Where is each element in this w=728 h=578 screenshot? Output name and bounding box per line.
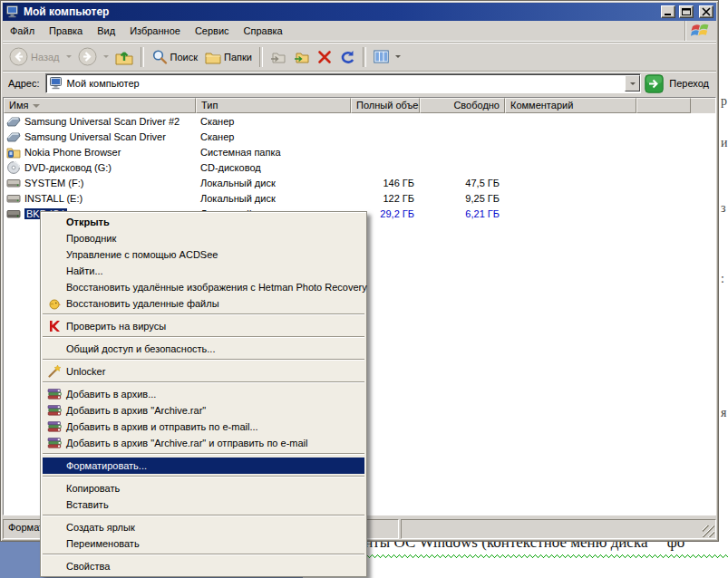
address-label: Адрес: <box>6 78 42 89</box>
cd-icon <box>6 160 21 175</box>
menubar-item-1[interactable]: Правка <box>42 23 90 39</box>
maximize-button[interactable] <box>679 5 694 18</box>
close-button[interactable] <box>699 5 713 18</box>
windows-flag-icon <box>684 21 716 41</box>
column-header-0[interactable]: Имя <box>4 98 196 113</box>
column-header-4[interactable]: Комментарий <box>505 98 636 113</box>
background-text-fragment: з <box>721 201 726 216</box>
menubar-item-5[interactable]: Справка <box>237 23 290 39</box>
item-type: Локальный диск <box>196 178 351 188</box>
move-to-button[interactable] <box>267 48 289 66</box>
move-to-icon <box>270 50 286 64</box>
context-menu-separator <box>43 476 364 477</box>
item-name: DVD-дисковод (G:) <box>24 162 112 173</box>
menu-bar: ФайлПравкаВидИзбранноеСервисСправка <box>3 21 716 42</box>
background-text-fragment: я <box>721 406 726 420</box>
item-name: Samsung Universal Scan Driver <box>24 131 166 142</box>
context-menu-item-3[interactable]: Найти... <box>43 263 364 279</box>
item-free: 47,5 ГБ <box>420 178 505 188</box>
context-menu-item-21[interactable]: Вставить <box>43 496 364 513</box>
context-menu-item-2[interactable]: Управление с помощью ACDSee <box>43 246 364 263</box>
copy-to-button[interactable] <box>291 48 313 66</box>
back-dropdown[interactable] <box>66 55 72 58</box>
resize-grip[interactable] <box>703 525 714 537</box>
minimize-button[interactable] <box>661 5 675 18</box>
go-label: Переход <box>667 78 713 89</box>
background-text-fragment: : <box>721 272 724 286</box>
item-total: 146 ГБ <box>351 178 420 188</box>
background-text-fragment: и <box>721 136 728 150</box>
forward-button[interactable] <box>75 45 100 68</box>
winrar-icon <box>47 419 62 434</box>
search-icon <box>151 49 168 65</box>
menubar-item-4[interactable]: Сервис <box>188 23 237 39</box>
status-panel <box>401 519 716 539</box>
forward-icon <box>78 47 97 66</box>
column-header-5[interactable] <box>636 98 691 113</box>
address-input[interactable]: Мой компьютер <box>45 73 642 93</box>
menubar-item-2[interactable]: Вид <box>90 23 122 39</box>
column-header-3[interactable]: Свободно <box>420 98 505 113</box>
back-button[interactable]: Назад <box>6 45 63 68</box>
address-dropdown[interactable] <box>625 75 640 92</box>
up-folder-icon <box>115 49 133 65</box>
context-menu-item-14[interactable]: Добавить в архив "Archive.rar" <box>43 402 364 419</box>
title-bar[interactable]: Мой компьютер <box>3 3 716 21</box>
item-name: Nokia Phone Browser <box>24 147 121 158</box>
page: инструменты ОС Windows (контекстное меню… <box>0 0 728 578</box>
menubar-item-0[interactable]: Файл <box>3 23 42 39</box>
toolbar-separator <box>259 47 263 67</box>
forward-dropdown[interactable] <box>103 55 109 58</box>
menubar-item-3[interactable]: Избранное <box>122 23 188 39</box>
context-menu-item-4[interactable]: Восстановить удалённые изображения с Het… <box>43 279 364 295</box>
context-menu-separator <box>43 313 364 315</box>
context-menu-item-23[interactable]: Создать ярлык <box>43 519 364 535</box>
undo-button[interactable] <box>336 48 358 66</box>
context-menu-item-13[interactable]: Добавить в архив... <box>43 386 364 402</box>
context-menu-item-5[interactable]: Восстановить удаленные файлы <box>43 295 364 312</box>
context-menu-item-9[interactable]: Общий доступ и безопасность... <box>43 341 364 357</box>
scanner-icon <box>6 114 21 129</box>
phone-folder-icon <box>6 145 21 159</box>
context-menu-item-18[interactable]: Форматировать... <box>43 458 364 474</box>
list-item[interactable]: SYSTEM (F:)Локальный диск146 ГБ47,5 ГБ <box>4 175 715 190</box>
list-item[interactable]: Nokia Phone BrowserСистемная папка <box>4 144 715 159</box>
column-header-2[interactable]: Полный объем <box>351 98 420 113</box>
list-item[interactable]: DVD-дисковод (G:)CD-дисковод <box>4 159 715 175</box>
background-edge-fragments: риз:я <box>720 0 728 542</box>
list-item[interactable]: Samsung Universal Scan DriverСканер <box>4 129 715 144</box>
toolbar-separator <box>141 47 144 67</box>
list-item[interactable]: INSTALL (E:)Локальный диск122 ГБ9,25 ГБ <box>4 190 715 206</box>
context-menu-separator <box>43 359 364 361</box>
list-item[interactable]: Samsung Universal Scan Driver #2Сканер <box>4 113 715 129</box>
toolbar-separator <box>363 47 366 67</box>
views-button[interactable] <box>371 48 392 65</box>
folders-button[interactable]: Папки <box>202 48 255 66</box>
context-menu-item-7[interactable]: Проверить на вирусы <box>43 318 364 334</box>
item-type: Локальный диск <box>196 193 351 204</box>
context-menu-separator <box>43 336 364 338</box>
context-menu-item-20[interactable]: Копировать <box>43 480 364 496</box>
context-menu-item-0[interactable]: Открыть <box>43 214 364 230</box>
context-menu-item-11[interactable]: Unlocker <box>43 363 364 380</box>
context-menu-item-24[interactable]: Переименовать <box>43 535 364 552</box>
search-button[interactable]: Поиск <box>149 47 200 67</box>
column-header-1[interactable]: Тип <box>196 98 351 113</box>
context-menu-item-1[interactable]: Проводник <box>43 230 364 246</box>
context-menu-item-15[interactable]: Добавить в архив и отправить по e-mail..… <box>43 419 364 435</box>
views-dropdown[interactable] <box>395 55 401 58</box>
context-menu-item-16[interactable]: Добавить в архив "Archive.rar" и отправи… <box>43 435 364 451</box>
item-free: 9,25 ГБ <box>420 193 505 204</box>
context-menu-item-26[interactable]: Свойства <box>43 558 364 574</box>
address-my-computer-icon <box>49 76 63 91</box>
context-menu-separator <box>43 381 364 383</box>
item-name: INSTALL (E:) <box>24 193 83 204</box>
delete-button[interactable] <box>315 48 335 66</box>
hdd-icon <box>6 191 21 206</box>
go-button[interactable] <box>645 74 664 93</box>
column-header-filler <box>691 98 715 113</box>
window-title: Мой компьютер <box>24 5 657 18</box>
up-button[interactable] <box>112 47 136 67</box>
item-name: SYSTEM (F:) <box>24 178 83 188</box>
item-type: Системная папка <box>196 147 351 158</box>
